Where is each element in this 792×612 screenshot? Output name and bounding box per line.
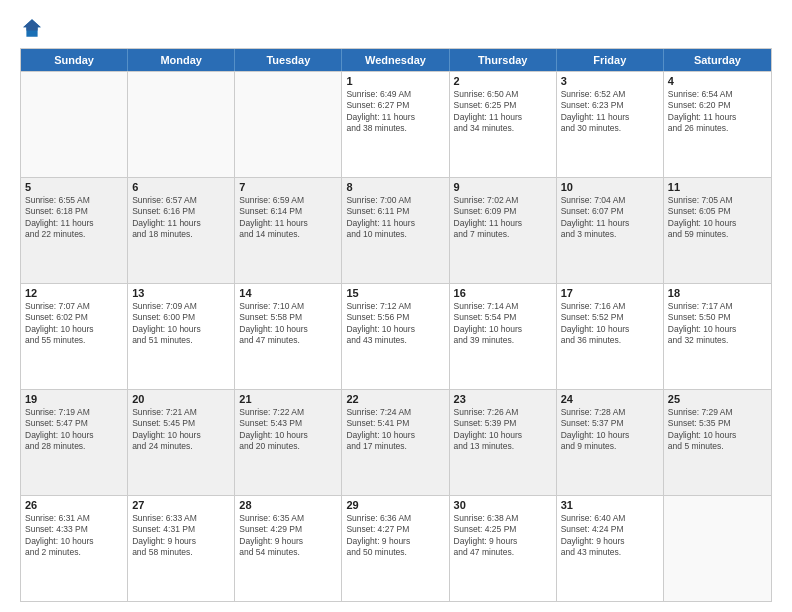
calendar-cell: 17Sunrise: 7:16 AM Sunset: 5:52 PM Dayli… bbox=[557, 284, 664, 389]
calendar-cell: 1Sunrise: 6:49 AM Sunset: 6:27 PM Daylig… bbox=[342, 72, 449, 177]
header-day-saturday: Saturday bbox=[664, 49, 771, 71]
cell-date: 23 bbox=[454, 393, 552, 405]
cell-info: Sunrise: 7:24 AM Sunset: 5:41 PM Dayligh… bbox=[346, 407, 444, 453]
calendar-cell: 16Sunrise: 7:14 AM Sunset: 5:54 PM Dayli… bbox=[450, 284, 557, 389]
calendar-cell: 8Sunrise: 7:00 AM Sunset: 6:11 PM Daylig… bbox=[342, 178, 449, 283]
cell-info: Sunrise: 7:07 AM Sunset: 6:02 PM Dayligh… bbox=[25, 301, 123, 347]
header-day-friday: Friday bbox=[557, 49, 664, 71]
calendar-row-5: 26Sunrise: 6:31 AM Sunset: 4:33 PM Dayli… bbox=[21, 495, 771, 601]
calendar-cell bbox=[21, 72, 128, 177]
cell-date: 11 bbox=[668, 181, 767, 193]
calendar-cell: 24Sunrise: 7:28 AM Sunset: 5:37 PM Dayli… bbox=[557, 390, 664, 495]
calendar-cell: 5Sunrise: 6:55 AM Sunset: 6:18 PM Daylig… bbox=[21, 178, 128, 283]
calendar-cell bbox=[664, 496, 771, 601]
calendar-header: SundayMondayTuesdayWednesdayThursdayFrid… bbox=[21, 49, 771, 71]
cell-info: Sunrise: 7:29 AM Sunset: 5:35 PM Dayligh… bbox=[668, 407, 767, 453]
cell-date: 24 bbox=[561, 393, 659, 405]
cell-date: 16 bbox=[454, 287, 552, 299]
calendar-cell: 12Sunrise: 7:07 AM Sunset: 6:02 PM Dayli… bbox=[21, 284, 128, 389]
calendar-cell: 2Sunrise: 6:50 AM Sunset: 6:25 PM Daylig… bbox=[450, 72, 557, 177]
calendar-cell: 3Sunrise: 6:52 AM Sunset: 6:23 PM Daylig… bbox=[557, 72, 664, 177]
calendar-row-3: 12Sunrise: 7:07 AM Sunset: 6:02 PM Dayli… bbox=[21, 283, 771, 389]
calendar-cell: 14Sunrise: 7:10 AM Sunset: 5:58 PM Dayli… bbox=[235, 284, 342, 389]
calendar-cell: 4Sunrise: 6:54 AM Sunset: 6:20 PM Daylig… bbox=[664, 72, 771, 177]
cell-date: 4 bbox=[668, 75, 767, 87]
cell-info: Sunrise: 7:17 AM Sunset: 5:50 PM Dayligh… bbox=[668, 301, 767, 347]
cell-info: Sunrise: 6:36 AM Sunset: 4:27 PM Dayligh… bbox=[346, 513, 444, 559]
cell-info: Sunrise: 7:14 AM Sunset: 5:54 PM Dayligh… bbox=[454, 301, 552, 347]
cell-date: 1 bbox=[346, 75, 444, 87]
cell-date: 17 bbox=[561, 287, 659, 299]
cell-info: Sunrise: 6:35 AM Sunset: 4:29 PM Dayligh… bbox=[239, 513, 337, 559]
calendar-cell: 10Sunrise: 7:04 AM Sunset: 6:07 PM Dayli… bbox=[557, 178, 664, 283]
cell-info: Sunrise: 6:33 AM Sunset: 4:31 PM Dayligh… bbox=[132, 513, 230, 559]
calendar-cell: 23Sunrise: 7:26 AM Sunset: 5:39 PM Dayli… bbox=[450, 390, 557, 495]
cell-info: Sunrise: 6:59 AM Sunset: 6:14 PM Dayligh… bbox=[239, 195, 337, 241]
calendar-cell: 26Sunrise: 6:31 AM Sunset: 4:33 PM Dayli… bbox=[21, 496, 128, 601]
cell-date: 15 bbox=[346, 287, 444, 299]
calendar-body: 1Sunrise: 6:49 AM Sunset: 6:27 PM Daylig… bbox=[21, 71, 771, 601]
cell-date: 25 bbox=[668, 393, 767, 405]
cell-info: Sunrise: 7:09 AM Sunset: 6:00 PM Dayligh… bbox=[132, 301, 230, 347]
calendar-cell: 18Sunrise: 7:17 AM Sunset: 5:50 PM Dayli… bbox=[664, 284, 771, 389]
calendar-cell: 11Sunrise: 7:05 AM Sunset: 6:05 PM Dayli… bbox=[664, 178, 771, 283]
page: SundayMondayTuesdayWednesdayThursdayFrid… bbox=[0, 0, 792, 612]
cell-info: Sunrise: 6:40 AM Sunset: 4:24 PM Dayligh… bbox=[561, 513, 659, 559]
header-day-sunday: Sunday bbox=[21, 49, 128, 71]
cell-date: 29 bbox=[346, 499, 444, 511]
header-day-monday: Monday bbox=[128, 49, 235, 71]
calendar-cell: 31Sunrise: 6:40 AM Sunset: 4:24 PM Dayli… bbox=[557, 496, 664, 601]
cell-date: 22 bbox=[346, 393, 444, 405]
cell-date: 27 bbox=[132, 499, 230, 511]
calendar-cell: 22Sunrise: 7:24 AM Sunset: 5:41 PM Dayli… bbox=[342, 390, 449, 495]
calendar-cell: 13Sunrise: 7:09 AM Sunset: 6:00 PM Dayli… bbox=[128, 284, 235, 389]
cell-date: 3 bbox=[561, 75, 659, 87]
calendar-row-1: 1Sunrise: 6:49 AM Sunset: 6:27 PM Daylig… bbox=[21, 71, 771, 177]
cell-info: Sunrise: 7:05 AM Sunset: 6:05 PM Dayligh… bbox=[668, 195, 767, 241]
cell-info: Sunrise: 7:28 AM Sunset: 5:37 PM Dayligh… bbox=[561, 407, 659, 453]
calendar-cell: 15Sunrise: 7:12 AM Sunset: 5:56 PM Dayli… bbox=[342, 284, 449, 389]
calendar-cell: 20Sunrise: 7:21 AM Sunset: 5:45 PM Dayli… bbox=[128, 390, 235, 495]
header-day-tuesday: Tuesday bbox=[235, 49, 342, 71]
cell-date: 2 bbox=[454, 75, 552, 87]
cell-info: Sunrise: 6:55 AM Sunset: 6:18 PM Dayligh… bbox=[25, 195, 123, 241]
calendar-cell: 7Sunrise: 6:59 AM Sunset: 6:14 PM Daylig… bbox=[235, 178, 342, 283]
cell-info: Sunrise: 7:19 AM Sunset: 5:47 PM Dayligh… bbox=[25, 407, 123, 453]
cell-info: Sunrise: 7:21 AM Sunset: 5:45 PM Dayligh… bbox=[132, 407, 230, 453]
cell-date: 26 bbox=[25, 499, 123, 511]
calendar-cell: 25Sunrise: 7:29 AM Sunset: 5:35 PM Dayli… bbox=[664, 390, 771, 495]
cell-date: 10 bbox=[561, 181, 659, 193]
cell-info: Sunrise: 7:26 AM Sunset: 5:39 PM Dayligh… bbox=[454, 407, 552, 453]
cell-info: Sunrise: 7:12 AM Sunset: 5:56 PM Dayligh… bbox=[346, 301, 444, 347]
calendar-row-4: 19Sunrise: 7:19 AM Sunset: 5:47 PM Dayli… bbox=[21, 389, 771, 495]
header bbox=[20, 16, 772, 40]
calendar-cell: 28Sunrise: 6:35 AM Sunset: 4:29 PM Dayli… bbox=[235, 496, 342, 601]
cell-date: 12 bbox=[25, 287, 123, 299]
logo-icon bbox=[20, 16, 44, 40]
cell-date: 28 bbox=[239, 499, 337, 511]
header-day-wednesday: Wednesday bbox=[342, 49, 449, 71]
cell-info: Sunrise: 7:00 AM Sunset: 6:11 PM Dayligh… bbox=[346, 195, 444, 241]
cell-info: Sunrise: 6:52 AM Sunset: 6:23 PM Dayligh… bbox=[561, 89, 659, 135]
calendar-cell: 29Sunrise: 6:36 AM Sunset: 4:27 PM Dayli… bbox=[342, 496, 449, 601]
header-day-thursday: Thursday bbox=[450, 49, 557, 71]
cell-date: 8 bbox=[346, 181, 444, 193]
cell-info: Sunrise: 6:57 AM Sunset: 6:16 PM Dayligh… bbox=[132, 195, 230, 241]
svg-marker-1 bbox=[23, 19, 41, 30]
calendar-cell: 30Sunrise: 6:38 AM Sunset: 4:25 PM Dayli… bbox=[450, 496, 557, 601]
cell-info: Sunrise: 7:16 AM Sunset: 5:52 PM Dayligh… bbox=[561, 301, 659, 347]
calendar-cell: 21Sunrise: 7:22 AM Sunset: 5:43 PM Dayli… bbox=[235, 390, 342, 495]
cell-date: 18 bbox=[668, 287, 767, 299]
calendar-row-2: 5Sunrise: 6:55 AM Sunset: 6:18 PM Daylig… bbox=[21, 177, 771, 283]
cell-info: Sunrise: 7:10 AM Sunset: 5:58 PM Dayligh… bbox=[239, 301, 337, 347]
calendar-cell: 27Sunrise: 6:33 AM Sunset: 4:31 PM Dayli… bbox=[128, 496, 235, 601]
cell-date: 9 bbox=[454, 181, 552, 193]
cell-info: Sunrise: 6:31 AM Sunset: 4:33 PM Dayligh… bbox=[25, 513, 123, 559]
cell-date: 31 bbox=[561, 499, 659, 511]
cell-info: Sunrise: 7:04 AM Sunset: 6:07 PM Dayligh… bbox=[561, 195, 659, 241]
calendar-cell: 9Sunrise: 7:02 AM Sunset: 6:09 PM Daylig… bbox=[450, 178, 557, 283]
cell-date: 20 bbox=[132, 393, 230, 405]
cell-date: 19 bbox=[25, 393, 123, 405]
cell-date: 5 bbox=[25, 181, 123, 193]
cell-info: Sunrise: 7:02 AM Sunset: 6:09 PM Dayligh… bbox=[454, 195, 552, 241]
